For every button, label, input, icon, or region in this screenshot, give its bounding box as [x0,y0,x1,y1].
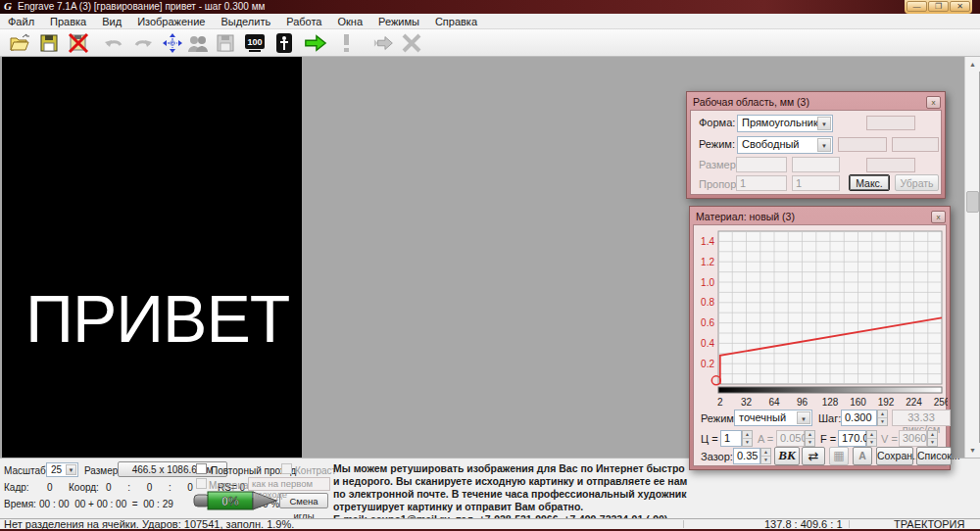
start-icon[interactable] [304,31,327,55]
c-field[interactable]: 1 [720,430,742,447]
chevron-down-icon[interactable]: ▼ [817,117,831,130]
forma-select[interactable]: Прямоугольник ▼ [737,115,833,132]
step-field[interactable]: 0.300 [841,410,877,426]
proporc-h-field[interactable]: 1 [792,175,840,191]
vk-button[interactable]: ВК [774,447,800,465]
delete-file-icon[interactable] [67,31,90,55]
svg-text:0%: 0% [221,495,239,508]
work-area-panel-title[interactable]: Рабочая область, мм (3) x [690,95,942,110]
step-label: Шаг: [818,412,841,424]
work-area-panel[interactable]: Рабочая область, мм (3) x Форма: Прямоуг… [686,91,946,199]
step-spinner[interactable]: ▲▼ [877,410,888,426]
gap-label: Зазор: [701,451,733,462]
title-bar[interactable]: G Engrave 7.1A (3) [гравирование] привет… [0,0,980,14]
restore-button[interactable]: ❐ [928,1,949,12]
move-icon[interactable] [161,31,184,55]
y-tick-label: 1.2 [701,257,714,267]
contrast-checkbox [281,463,292,474]
time-label: Время: [4,499,36,509]
material-close-icon[interactable]: x [931,211,946,223]
v-spinner: ▲▼ [927,430,938,447]
vertical-scrollbar[interactable]: ▲ ▼ [964,57,979,458]
f-label: F = [820,433,836,445]
material-rezhim-label: Режим: [701,412,737,424]
proporc-w-field[interactable]: 1 [736,175,787,191]
scale-select[interactable]: 25 ▼ [46,462,78,477]
scale-value: 25 [51,464,62,475]
work-area-panel-body: Форма: Прямоугольник ▼ Режим: Свободный … [690,110,942,195]
open-icon[interactable] [8,31,31,55]
window-buttons: — ❐ ✕ [905,0,972,14]
v-label: V = [881,433,898,445]
repeat-pass-checkbox[interactable] [196,463,207,474]
toolbar: 100 [0,29,980,57]
menu-item-9[interactable]: Справка [427,14,485,28]
menu-item-6[interactable]: Работа [278,14,329,28]
scroll-up-icon[interactable]: ▲ [965,57,980,72]
gap-field[interactable]: 0.35 [733,448,760,464]
material-panel-title[interactable]: Материал: новый (3) x [693,210,947,224]
engraving-text: ПРИВЕТ [25,280,289,357]
f-field[interactable]: 170.0 [838,430,866,447]
rezhim-select[interactable]: Свободный ▼ [737,136,833,154]
clear-button[interactable]: Убрать [895,174,939,191]
material-save-button[interactable]: Сохран... [876,447,913,465]
material-panel-body: 0.20.40.60.81.01.21.42326496128160192224… [693,224,947,466]
app-window: G Engrave 7.1A (3) [гравирование] привет… [0,0,980,531]
max-button[interactable]: Макс. [849,174,890,191]
work-area-box-4 [866,158,915,172]
chevron-down-icon[interactable]: ▼ [797,411,810,424]
menu-item-1[interactable]: Файл [0,14,42,28]
close-button[interactable]: ✕ [950,1,970,12]
menu-item-3[interactable]: Вид [94,14,129,28]
a-spinner: ▲▼ [805,430,815,447]
work-area-close-icon[interactable]: x [926,96,941,109]
needle-tool-icon[interactable] [272,31,296,55]
coord-value: 0 : 0 : 0 [106,482,193,493]
save-icon[interactable] [37,31,61,55]
engraving-image[interactable]: ПРИВЕТ [2,57,302,458]
material-pass-field: как на первом проходе [248,477,330,491]
frame-value: 0 [47,482,53,493]
material-list-button[interactable]: Список... [916,447,952,465]
density-display: 33.33 пикс/см [892,410,951,426]
window-title: Engrave 7.1A (3) [гравирование] привет -… [18,0,265,14]
material-curve-chart[interactable]: 0.20.40.60.81.01.21.42326496128160192224… [695,227,948,410]
material-panel[interactable]: Материал: новый (3) x 0.20.40.60.81.01.2… [689,206,951,470]
frame-label: Кадр: [4,482,29,493]
gap-spinner[interactable]: ▲▼ [760,448,771,464]
razmer-label: Размер: [699,159,739,170]
material-rezhim-select[interactable]: точечный ▼ [734,410,812,426]
font-button[interactable]: A [853,447,872,465]
f-spinner[interactable]: ▲▼ [866,430,877,447]
a-field: 0.050 [776,430,805,447]
material-rezhim-value: точечный [739,411,786,423]
rezhim-label: Режим: [699,138,735,150]
scroll-down-icon[interactable]: ▼ [965,443,980,458]
scrollbar-thumb[interactable] [966,191,979,213]
minimize-button[interactable]: — [906,1,927,12]
warning-icon [335,31,359,55]
users-icon [186,31,210,55]
menu-item-7[interactable]: Окна [329,14,370,28]
menu-bar: ФайлПравкаВидИзображениеВыделитьРаботаОк… [0,14,980,29]
y-tick-label: 0.6 [701,317,714,328]
c-spinner[interactable]: ▲▼ [742,430,753,447]
y-tick-label: 0.2 [701,359,714,369]
menu-item-4[interactable]: Изображение [129,14,213,28]
chevron-down-icon[interactable]: ▼ [817,138,831,152]
menu-item-2[interactable]: Правка [42,14,94,28]
forma-value: Прямоугольник [742,117,818,128]
y-tick-label: 0.8 [701,297,714,308]
x-tick-label: 32 [741,397,753,408]
reverse-direction-button[interactable]: ⇄ [802,447,825,465]
chevron-down-icon[interactable]: ▼ [66,464,76,475]
c-label: Ц = [701,433,718,445]
scale-100-icon[interactable]: 100 [243,31,267,55]
menu-item-5[interactable]: Выделить [213,14,278,28]
save-gray-icon [214,31,237,55]
menu-item-8[interactable]: Режимы [370,14,427,28]
material-checkbox [196,478,207,489]
razmer-width-field [736,157,787,172]
work-area-box-3 [892,137,939,152]
